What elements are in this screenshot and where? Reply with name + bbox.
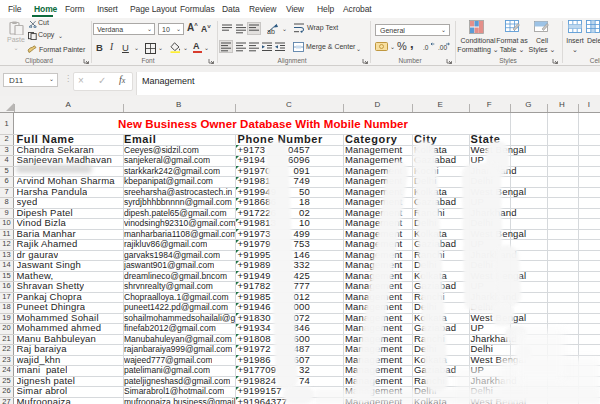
svg-text:.0: .0 [423, 44, 429, 51]
svg-text:.00: .00 [438, 44, 447, 51]
svg-text:ab: ab [267, 28, 275, 35]
